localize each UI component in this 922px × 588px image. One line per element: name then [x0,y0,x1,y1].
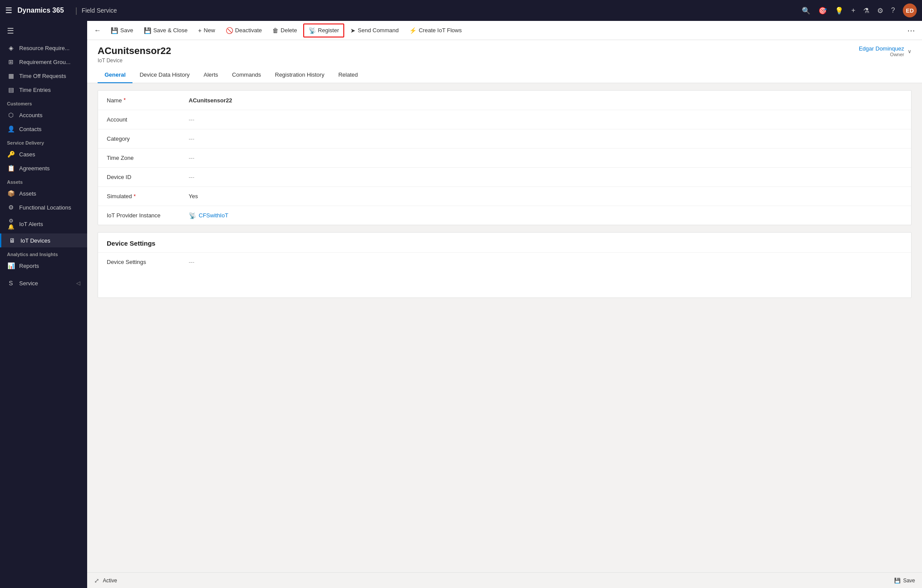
field-label-timezone: Time Zone [107,155,185,161]
field-label-account: Account [107,116,185,123]
field-value-iot-provider[interactable]: 📡 CFSwithIoT [185,212,902,219]
sidebar-item-functional-locations[interactable]: ⚙ Functional Locations [0,200,87,214]
status-bar-save[interactable]: 💾 Save [894,578,915,584]
field-row-account: Account --- [98,110,911,129]
tab-commands[interactable]: Commands [225,67,268,83]
main-layout: ☰ ◈ Resource Require... ⊞ Requirement Gr… [0,21,922,588]
sidebar-label-iot-devices: IoT Devices [20,237,80,244]
field-value-timezone[interactable]: --- [185,155,902,161]
device-settings-title: Device Settings [98,233,911,252]
sidebar-label-time-off-requests: Time Off Requests [19,73,80,79]
search-icon[interactable]: 🔍 [802,7,810,15]
sidebar-label-agreements: Agreements [19,165,80,172]
deactivate-label: Deactivate [235,27,262,34]
required-star-simulated: * [134,193,136,199]
save-button[interactable]: 💾 Save [106,24,138,37]
field-value-category[interactable]: --- [185,135,902,142]
contacts-icon: 👤 [7,125,15,132]
save-icon: 💾 [111,27,118,34]
sidebar-item-agreements[interactable]: 📋 Agreements [0,161,87,175]
save-close-icon: 💾 [144,27,151,34]
hamburger-icon[interactable]: ☰ [5,6,12,15]
tab-registration-history[interactable]: Registration History [268,67,331,83]
send-command-button[interactable]: ➤ Send Command [346,24,403,37]
owner-chevron-icon[interactable]: ∨ [908,48,912,54]
sidebar-hamburger[interactable]: ☰ [0,21,87,41]
new-button[interactable]: + New [193,24,219,37]
sidebar-item-time-off-requests[interactable]: ▦ Time Off Requests [0,69,87,83]
field-value-name[interactable]: ACunitsensor22 [185,97,902,104]
field-value-device-id[interactable]: --- [185,174,902,180]
sidebar-item-reports[interactable]: 📊 Reports [0,259,87,273]
new-label: New [204,27,215,34]
agreements-icon: 📋 [7,165,15,172]
expand-icon[interactable]: ⤢ [94,577,99,584]
sidebar-label-functional-locations: Functional Locations [19,204,80,211]
module-name: Field Service [81,7,117,14]
field-value-account[interactable]: --- [185,116,902,123]
settings-icon[interactable]: ⚙ [877,7,883,15]
sidebar-item-time-entries[interactable]: ▤ Time Entries [0,83,87,97]
sidebar-label-iot-alerts: IoT Alerts [19,221,80,227]
create-iot-flows-button[interactable]: ⚡ Create IoT Flows [405,24,466,37]
sidebar-item-iot-devices[interactable]: 🖥 IoT Devices [0,233,87,247]
register-icon: 📡 [308,27,316,34]
accounts-icon: ⬡ [7,112,15,118]
reports-icon: 📊 [7,262,15,269]
help-icon[interactable]: ? [891,7,895,14]
sidebar-item-resource-requirements[interactable]: ◈ Resource Require... [0,41,87,55]
deactivate-button[interactable]: 🚫 Deactivate [221,24,266,37]
iot-devices-icon: 🖥 [8,237,16,244]
sidebar-item-accounts[interactable]: ⬡ Accounts [0,108,87,122]
register-label: Register [318,27,339,34]
service-delivery-section-label: Service Delivery [0,136,87,147]
sidebar-item-cases[interactable]: 🔑 Cases [0,147,87,161]
cases-icon: 🔑 [7,151,15,158]
user-avatar[interactable]: ED [903,3,917,17]
sidebar-item-requirement-groups[interactable]: ⊞ Requirement Grou... [0,55,87,69]
lightbulb-icon[interactable]: 💡 [835,7,844,15]
tab-alerts[interactable]: Alerts [197,67,225,83]
service-arrow-icon: ◁ [76,280,80,286]
field-label-simulated: Simulated * [107,193,185,199]
sidebar-item-service[interactable]: S Service ◁ [0,276,87,290]
top-nav: ☰ Dynamics 365 | Field Service 🔍 🎯 💡 + ⚗… [0,0,922,21]
add-icon[interactable]: + [851,7,855,14]
field-label-category: Category [107,135,185,142]
brand-name: Dynamics 365 [17,7,64,14]
sidebar-item-iot-alerts[interactable]: ⚙🔔 IoT Alerts [0,214,87,233]
register-button[interactable]: 📡 Register [303,24,344,37]
tab-device-data-history[interactable]: Device Data History [132,67,197,83]
sidebar-label-assets: Assets [19,190,80,197]
field-value-simulated[interactable]: Yes [185,193,902,199]
tab-related[interactable]: Related [331,67,365,83]
save-label: Save [120,27,133,34]
nav-divider: | [75,6,78,15]
sidebar-item-contacts[interactable]: 👤 Contacts [0,122,87,136]
new-icon: + [198,27,201,34]
filter-icon[interactable]: ⚗ [863,7,869,15]
field-row-simulated: Simulated * Yes [98,186,911,206]
save-close-button[interactable]: 💾 Save & Close [139,24,192,37]
target-icon[interactable]: 🎯 [818,7,827,15]
more-options-button[interactable]: ⋯ [904,23,919,38]
delete-button[interactable]: 🗑 Delete [268,24,302,37]
time-off-requests-icon: ▦ [7,72,15,79]
back-button[interactable]: ← [91,24,105,37]
form-content: Name * ACunitsensor22 Account --- Catego… [87,83,922,572]
functional-locations-icon: ⚙ [7,204,15,211]
sidebar-label-accounts: Accounts [19,112,80,118]
field-value-device-settings[interactable]: --- [185,259,902,265]
sidebar-label-contacts: Contacts [19,126,80,132]
general-fields-section: Name * ACunitsensor22 Account --- Catego… [98,90,912,225]
iot-provider-icon: 📡 [189,212,196,219]
field-row-iot-provider: IoT Provider Instance 📡 CFSwithIoT [98,206,911,225]
field-row-device-id: Device ID --- [98,167,911,186]
sidebar-item-assets[interactable]: 📦 Assets [0,186,87,200]
assets-icon: 📦 [7,190,15,197]
page-title: ACunitsensor22 [98,45,171,57]
sidebar: ☰ ◈ Resource Require... ⊞ Requirement Gr… [0,21,87,588]
page-title-block: ACunitsensor22 IoT Device [98,45,171,64]
tab-general[interactable]: General [98,67,132,83]
owner-name[interactable]: Edgar Dominquez [859,45,904,52]
